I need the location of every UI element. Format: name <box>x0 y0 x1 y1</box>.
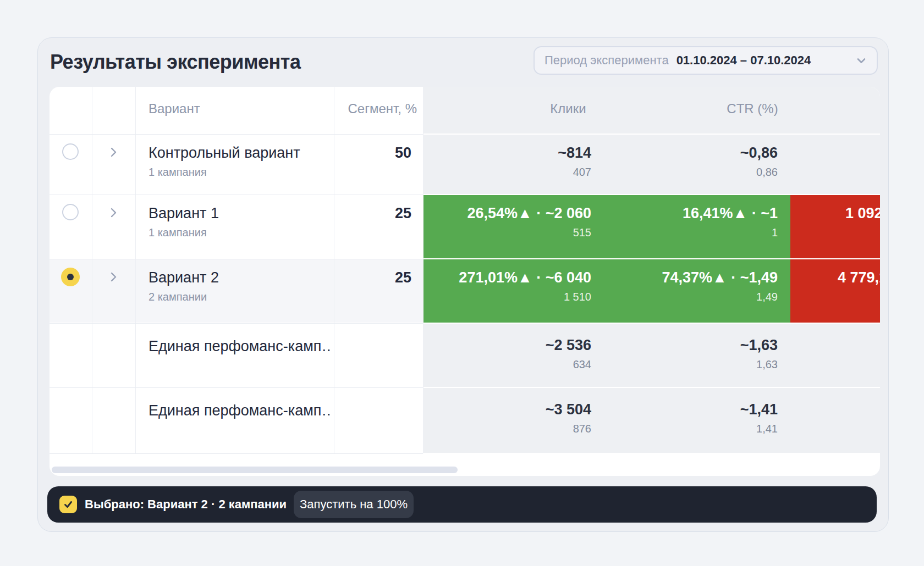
row-divider <box>50 387 423 388</box>
row-divider <box>50 259 423 259</box>
clicks-cell: ~2 536 634 <box>426 336 591 372</box>
ctr-value: 74,37%▲ · ~1,49 <box>613 268 778 287</box>
ctr-cell: 74,37%▲ · ~1,49 1,49 <box>613 268 778 304</box>
row-divider <box>50 134 423 135</box>
offscreen-metric-value: 1 092 <box>845 204 880 223</box>
column-divider <box>92 87 92 453</box>
selection-checkbox[interactable] <box>59 496 77 513</box>
ctr-cell: ~1,41 1,41 <box>613 400 778 436</box>
ctr-subvalue: 1,41 <box>613 421 778 436</box>
clicks-value: 26,54%▲ · ~2 060 <box>426 204 591 223</box>
variant-name: Вариант 2 <box>148 268 219 287</box>
clicks-subvalue: 1 510 <box>426 289 591 304</box>
clicks-cell: 26,54%▲ · ~2 060 515 <box>426 204 591 240</box>
chevron-down-icon <box>855 54 868 67</box>
variant-campaigns: 1 кампания <box>148 164 207 180</box>
clicks-value: ~3 504 <box>426 400 591 419</box>
column-header-segment: Сегмент, % <box>334 99 417 118</box>
variant-campaigns: 2 кампании <box>148 289 207 304</box>
ctr-cell: 16,41%▲ · ~1 1 <box>613 204 778 240</box>
clicks-value: ~814 <box>426 143 591 162</box>
column-divider <box>334 87 334 453</box>
period-label: Период эксперимента <box>544 53 669 68</box>
chevron-right-icon[interactable] <box>107 146 120 159</box>
campaign-name: Единая перфоманс-камп… <box>148 337 330 356</box>
horizontal-scrollbar-thumb[interactable] <box>52 467 458 473</box>
clicks-subvalue: 407 <box>426 164 591 180</box>
variant-name: Контрольный вариант <box>148 143 300 162</box>
period-value: 01.10.2024 – 07.10.2024 <box>676 53 811 68</box>
row-radio-variant-2-selected[interactable] <box>61 268 80 286</box>
radio-dot <box>67 274 74 280</box>
row-divider <box>50 323 423 324</box>
chevron-right-icon[interactable] <box>107 270 120 284</box>
selection-summary: Выбрано: Вариант 2 · 2 кампании <box>85 486 287 523</box>
column-header-clicks: Клики <box>486 99 651 118</box>
ctr-subvalue: 1 <box>613 225 778 240</box>
ctr-cell: ~1,63 1,63 <box>613 336 778 372</box>
selection-action-bar: Выбрано: Вариант 2 · 2 кампании Запустит… <box>47 486 877 523</box>
row-divider <box>50 195 423 195</box>
results-table: Вариант Сегмент, % Клики CTR (%) Контрол… <box>50 87 880 476</box>
column-header-variant: Вариант <box>148 99 200 118</box>
launch-100-percent-button[interactable]: Запустить на 100% <box>294 491 414 518</box>
column-divider <box>423 87 424 453</box>
variant-name: Вариант 1 <box>148 204 219 223</box>
row-radio-control-variant[interactable] <box>62 143 79 160</box>
segment-value: 25 <box>334 268 411 287</box>
chevron-right-icon[interactable] <box>107 206 120 219</box>
ctr-value: ~1,63 <box>613 336 778 354</box>
variant-campaigns: 1 кампания <box>148 225 207 240</box>
campaign-name: Единая перфоманс-камп… <box>148 401 330 420</box>
ctr-value: ~1,41 <box>613 400 778 419</box>
clicks-subvalue: 876 <box>426 421 591 436</box>
segment-value: 25 <box>334 204 411 223</box>
clicks-cell: ~814 407 <box>426 143 591 180</box>
clicks-cell: ~3 504 876 <box>426 400 591 436</box>
clicks-value: ~2 536 <box>426 336 591 354</box>
clicks-subvalue: 515 <box>426 225 591 240</box>
segment-value: 50 <box>334 143 411 162</box>
ctr-subvalue: 1,49 <box>613 289 778 304</box>
experiment-period-selector[interactable]: Период эксперимента 01.10.2024 – 07.10.2… <box>534 46 878 75</box>
ctr-subvalue: 0,86 <box>613 164 778 180</box>
ctr-cell: ~0,86 0,86 <box>613 143 778 180</box>
ctr-value: ~0,86 <box>613 143 778 162</box>
offscreen-metric-value: 4 779,1 <box>838 268 880 287</box>
ctr-value: 16,41%▲ · ~1 <box>613 204 778 223</box>
row-radio-variant-1[interactable] <box>62 204 79 220</box>
column-divider <box>135 87 136 453</box>
clicks-cell: 271,01%▲ · ~6 040 1 510 <box>426 268 591 304</box>
ctr-subvalue: 1,63 <box>613 357 778 372</box>
row-divider <box>50 453 423 454</box>
page-title: Результаты эксперимента <box>50 51 300 74</box>
column-header-ctr: CTR (%) <box>670 99 835 118</box>
clicks-value: 271,01%▲ · ~6 040 <box>426 268 591 287</box>
clicks-subvalue: 634 <box>426 357 591 372</box>
